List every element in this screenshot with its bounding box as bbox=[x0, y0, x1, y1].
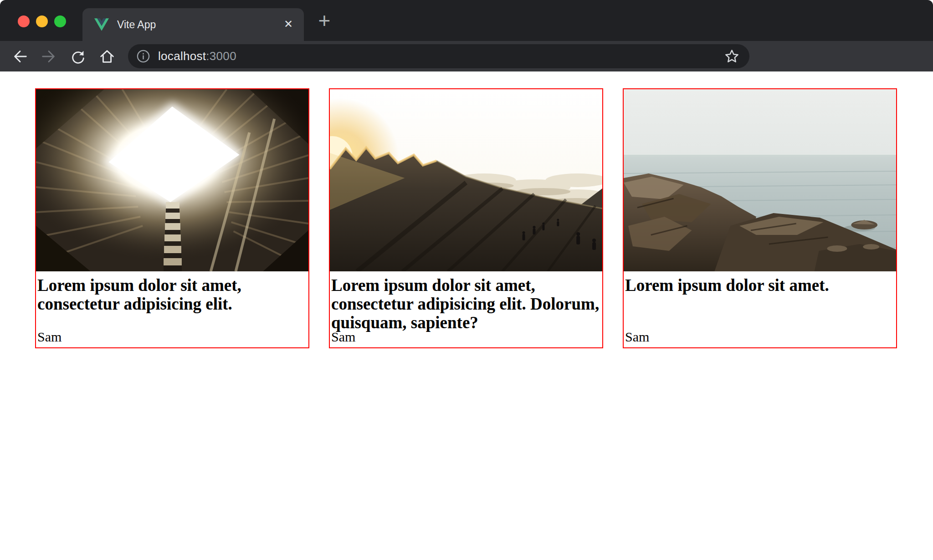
card-title: Lorem ipsum dolor sit amet. bbox=[625, 276, 895, 295]
tab-strip: Vite App ✕ + bbox=[0, 0, 933, 41]
browser-tab[interactable]: Vite App ✕ bbox=[82, 8, 304, 41]
address-bar[interactable]: localhost:3000 bbox=[128, 44, 749, 68]
card-body: Lorem ipsum dolor sit amet. Sam bbox=[624, 271, 896, 347]
card-image-mountain-clouds bbox=[330, 89, 602, 271]
browser-window: Vite App ✕ + localhost:3000 bbox=[0, 0, 933, 560]
card-title: Lorem ipsum dolor sit amet, consectetur … bbox=[331, 276, 601, 332]
tab-title: Vite App bbox=[117, 8, 156, 41]
vue-logo-icon bbox=[94, 17, 109, 32]
card-image-lightwell bbox=[36, 89, 308, 271]
url-host: localhost bbox=[158, 49, 206, 63]
bookmark-star-icon[interactable] bbox=[724, 49, 739, 64]
forward-button[interactable] bbox=[40, 48, 57, 65]
url-port: :3000 bbox=[206, 49, 236, 63]
card-author: Sam bbox=[625, 330, 649, 344]
card-body: Lorem ipsum dolor sit amet, consectetur … bbox=[36, 271, 308, 347]
card: Lorem ipsum dolor sit amet, consectetur … bbox=[329, 88, 603, 348]
card-image-rocky-coast bbox=[624, 89, 896, 271]
reload-button[interactable] bbox=[69, 48, 87, 65]
home-button[interactable] bbox=[98, 48, 116, 65]
macos-close-button[interactable] bbox=[18, 15, 30, 27]
info-icon[interactable] bbox=[136, 49, 150, 63]
card: Lorem ipsum dolor sit amet. Sam bbox=[623, 88, 897, 348]
page-content: Lorem ipsum dolor sit amet, consectetur … bbox=[0, 71, 933, 560]
card: Lorem ipsum dolor sit amet, consectetur … bbox=[35, 88, 309, 348]
tab-close-icon[interactable]: ✕ bbox=[284, 8, 293, 41]
card-body: Lorem ipsum dolor sit amet, consectetur … bbox=[330, 271, 602, 347]
toolbar: localhost:3000 bbox=[0, 41, 933, 71]
card-author: Sam bbox=[331, 330, 355, 344]
new-tab-button[interactable]: + bbox=[313, 7, 336, 35]
macos-zoom-button[interactable] bbox=[54, 15, 66, 27]
macos-minimize-button[interactable] bbox=[36, 15, 48, 27]
url-text[interactable]: localhost:3000 bbox=[158, 44, 236, 68]
back-button[interactable] bbox=[11, 48, 29, 65]
card-author: Sam bbox=[37, 330, 62, 344]
card-title: Lorem ipsum dolor sit amet, consectetur … bbox=[37, 276, 307, 313]
